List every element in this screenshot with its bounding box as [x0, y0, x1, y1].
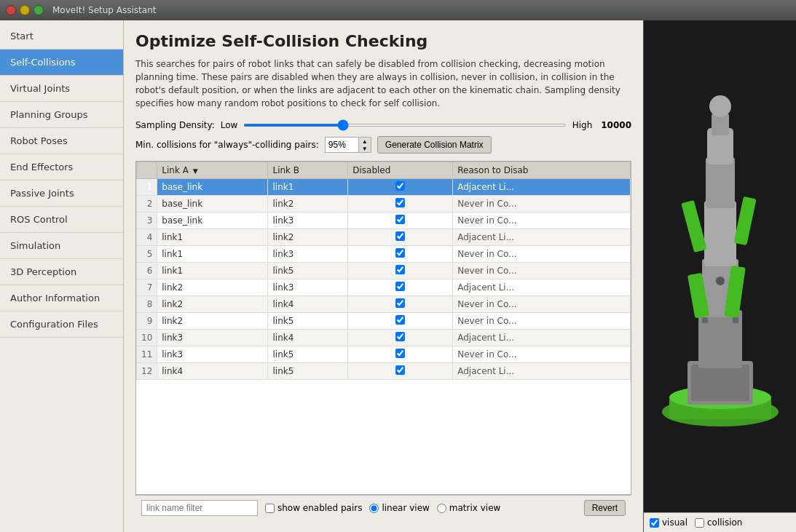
disabled-checkbox[interactable] [395, 198, 405, 207]
matrix-view-label[interactable]: matrix view [437, 503, 501, 513]
reason-cell: Adjacent Li... [453, 179, 631, 196]
sidebar-item-start[interactable]: Start [0, 23, 123, 49]
spin-up-button[interactable]: ▲ [359, 138, 371, 145]
row-num: 7 [137, 279, 157, 296]
th-link-b: Link B [268, 162, 348, 179]
link-b-cell: link2 [268, 196, 348, 213]
row-num: 8 [137, 296, 157, 313]
percent-input[interactable] [326, 138, 358, 152]
sidebar-item-author-information[interactable]: Author Information [0, 285, 123, 311]
sidebar-item-3d-perception[interactable]: 3D Perception [0, 259, 123, 285]
link-b-cell: link4 [268, 330, 348, 346]
table-row[interactable]: 2 base_link link2 Never in Co... [137, 196, 631, 213]
show-enabled-label[interactable]: show enabled pairs [265, 503, 362, 513]
minimize-button[interactable] [20, 5, 30, 15]
bottom-bar: show enabled pairs linear view matrix vi… [135, 495, 631, 520]
visual-text: visual [662, 517, 687, 528]
min-collision-label: Min. collisions for "always"-colliding p… [135, 140, 319, 150]
sidebar-item-simulation[interactable]: Simulation [0, 233, 123, 259]
visual-label[interactable]: visual [650, 517, 687, 528]
disabled-checkbox[interactable] [395, 365, 405, 375]
table-row[interactable]: 7 link2 link3 Adjacent Li... [137, 279, 631, 296]
table-row[interactable]: 5 link1 link3 Never in Co... [137, 246, 631, 263]
matrix-view-radio[interactable] [437, 504, 446, 513]
reason-cell: Never in Co... [453, 296, 631, 313]
disabled-checkbox[interactable] [395, 315, 405, 325]
disabled-cell [348, 363, 453, 380]
row-num: 12 [137, 363, 157, 380]
generate-collision-matrix-button[interactable]: Generate Collision Matrix [377, 136, 492, 154]
sidebar-item-passive-joints[interactable]: Passive Joints [0, 180, 123, 207]
sampling-high-label: High [572, 120, 593, 130]
table-row[interactable]: 6 link1 link5 Never in Co... [137, 263, 631, 279]
disabled-checkbox[interactable] [395, 349, 405, 358]
link-a-cell: link2 [157, 279, 268, 296]
th-link-a[interactable]: Link A ▼ [157, 162, 268, 179]
svg-rect-16 [702, 317, 708, 323]
th-reason: Reason to Disab [453, 162, 631, 179]
table-header-row: Link A ▼ Link B Disabled Reason to Disab [137, 162, 631, 179]
link-b-cell: link3 [268, 246, 348, 263]
sort-arrow-a: ▼ [193, 167, 198, 175]
revert-button[interactable]: Revert [584, 500, 626, 516]
svg-rect-11 [681, 200, 707, 253]
row-num: 10 [137, 330, 157, 346]
table-row[interactable]: 4 link1 link2 Adjacent Li... [137, 229, 631, 246]
sidebar-item-end-effectors[interactable]: End Effectors [0, 154, 123, 180]
close-button[interactable] [6, 5, 16, 15]
app-body: Start Self-Collisions Virtual Joints Pla… [0, 20, 796, 532]
spin-down-button[interactable]: ▼ [359, 145, 371, 152]
row-num: 1 [137, 179, 157, 196]
disabled-checkbox[interactable] [395, 231, 405, 241]
content-area: Optimize Self-Collision Checking This se… [124, 20, 643, 532]
sidebar-item-robot-poses[interactable]: Robot Poses [0, 128, 123, 154]
disabled-cell [348, 213, 453, 229]
collision-checkbox[interactable] [695, 518, 704, 528]
link-b-cell: link5 [268, 363, 348, 380]
reason-cell: Never in Co... [453, 246, 631, 263]
sidebar-item-virtual-joints[interactable]: Virtual Joints [0, 76, 123, 102]
disabled-checkbox[interactable] [395, 248, 405, 258]
link-b-cell: link5 [268, 263, 348, 279]
maximize-button[interactable] [34, 5, 44, 15]
disabled-checkbox[interactable] [395, 298, 405, 308]
table-row[interactable]: 11 link3 link5 Never in Co... [137, 346, 631, 363]
sidebar-item-ros-control[interactable]: ROS Control [0, 207, 123, 233]
disabled-checkbox[interactable] [395, 215, 405, 224]
sidebar-item-planning-groups[interactable]: Planning Groups [0, 102, 123, 128]
show-enabled-checkbox[interactable] [265, 504, 275, 513]
sampling-value: 10000 [601, 120, 631, 130]
link-filter-input[interactable] [141, 500, 258, 516]
link-a-cell: base_link [157, 213, 268, 229]
sampling-slider[interactable] [243, 124, 566, 127]
table-row[interactable]: 1 base_link link1 Adjacent Li... [137, 179, 631, 196]
spin-arrows: ▲ ▼ [358, 138, 371, 152]
sampling-row: Sampling Density: Low High 10000 [135, 120, 631, 130]
robot-svg [647, 55, 793, 477]
table-row[interactable]: 9 link2 link5 Never in Co... [137, 313, 631, 330]
sidebar-item-self-collisions[interactable]: Self-Collisions [0, 49, 123, 76]
linear-view-radio[interactable] [369, 504, 379, 513]
link-a-cell: link2 [157, 313, 268, 330]
linear-view-label[interactable]: linear view [369, 503, 429, 513]
disabled-checkbox[interactable] [395, 181, 405, 191]
table-row[interactable]: 12 link4 link5 Adjacent Li... [137, 363, 631, 380]
table-row[interactable]: 3 base_link link3 Never in Co... [137, 213, 631, 229]
visual-checkbox[interactable] [650, 518, 659, 528]
robot-bottom-controls: visual collision [644, 512, 796, 532]
disabled-checkbox[interactable] [395, 265, 405, 274]
robot-viewer-panel: visual collision [643, 20, 796, 532]
svg-rect-17 [733, 317, 738, 323]
table-row[interactable]: 10 link3 link4 Adjacent Li... [137, 330, 631, 346]
disabled-checkbox[interactable] [395, 332, 405, 341]
main-content: Optimize Self-Collision Checking This se… [124, 20, 643, 532]
matrix-view-text: matrix view [449, 503, 501, 513]
table-row[interactable]: 8 link2 link4 Never in Co... [137, 296, 631, 313]
svg-point-18 [716, 277, 725, 285]
collision-table: Link A ▼ Link B Disabled Reason to Disab… [136, 162, 631, 380]
collision-label[interactable]: collision [695, 517, 742, 528]
reason-cell: Adjacent Li... [453, 363, 631, 380]
disabled-checkbox[interactable] [395, 282, 405, 291]
sidebar-item-configuration-files[interactable]: Configuration Files [0, 311, 123, 338]
disabled-cell [348, 279, 453, 296]
